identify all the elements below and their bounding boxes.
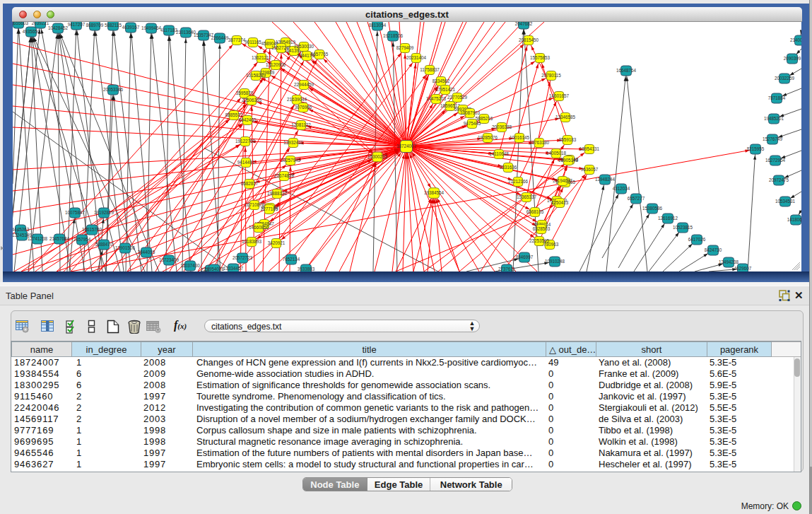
- svg-text:18954131: 18954131: [579, 146, 600, 151]
- svg-text:3331636: 3331636: [500, 165, 517, 170]
- svg-text:3533883: 3533883: [298, 267, 315, 271]
- svg-text:12081122: 12081122: [291, 122, 311, 127]
- svg-text:13621212: 13621212: [252, 55, 272, 60]
- svg-text:2737611: 2737611: [498, 267, 516, 271]
- svg-text:10075847: 10075847: [65, 210, 86, 215]
- svg-text:4639167: 4639167: [122, 25, 140, 30]
- svg-text:8813054: 8813054: [369, 23, 387, 28]
- svg-text:19122760: 19122760: [235, 139, 256, 144]
- svg-text:20036388: 20036388: [492, 124, 512, 129]
- svg-text:14110648: 14110648: [489, 151, 509, 156]
- svg-text:13120906: 13120906: [266, 62, 286, 67]
- svg-text:1418062: 1418062: [787, 217, 801, 222]
- svg-text:13334457: 13334457: [223, 266, 244, 271]
- svg-text:16905148: 16905148: [558, 158, 579, 163]
- svg-text:14660856: 14660856: [249, 225, 269, 230]
- svg-text:16615740: 16615740: [82, 227, 102, 232]
- svg-text:9414491: 9414491: [237, 160, 255, 165]
- svg-text:19218506: 19218506: [383, 33, 404, 38]
- svg-text:4935650: 4935650: [23, 29, 40, 34]
- svg-text:21639044: 21639044: [287, 97, 307, 102]
- svg-text:11037430: 11037430: [180, 263, 200, 268]
- svg-text:12741238: 12741238: [28, 236, 48, 241]
- svg-text:6328503: 6328503: [533, 226, 551, 231]
- svg-text:16648764: 16648764: [616, 68, 637, 73]
- svg-text:9475445: 9475445: [464, 121, 481, 126]
- svg-text:16272954: 16272954: [765, 158, 786, 163]
- svg-text:21194697: 21194697: [553, 178, 572, 183]
- svg-text:15380586: 15380586: [642, 206, 663, 211]
- svg-text:8559183: 8559183: [559, 137, 577, 142]
- svg-text:6568105: 6568105: [526, 209, 544, 214]
- svg-text:19485201: 19485201: [764, 116, 784, 121]
- svg-text:15276749: 15276749: [763, 136, 783, 141]
- svg-text:2266449: 2266449: [211, 35, 229, 40]
- svg-text:20972475: 20972475: [769, 177, 789, 182]
- svg-text:2277105: 2277105: [261, 206, 278, 211]
- svg-text:3595870: 3595870: [236, 90, 254, 95]
- svg-text:13932411: 13932411: [283, 140, 303, 145]
- svg-text:8846997: 8846997: [516, 255, 534, 259]
- svg-text:7871884: 7871884: [768, 95, 786, 100]
- svg-text:2090399: 2090399: [784, 56, 801, 61]
- svg-text:19384554: 19384554: [424, 190, 445, 195]
- svg-text:10534531: 10534531: [775, 199, 796, 204]
- svg-text:13901506: 13901506: [115, 245, 136, 250]
- svg-text:12494238: 12494238: [719, 259, 739, 264]
- svg-text:8279409: 8279409: [396, 45, 414, 50]
- svg-text:19723409: 19723409: [159, 257, 180, 262]
- svg-text:9011165: 9011165: [245, 40, 261, 45]
- svg-text:22674828: 22674828: [274, 173, 295, 178]
- svg-text:10523815: 10523815: [673, 225, 693, 230]
- svg-text:10016145: 10016145: [510, 135, 530, 140]
- svg-text:15365337: 15365337: [517, 194, 537, 199]
- svg-text:19763180: 19763180: [529, 140, 550, 145]
- svg-text:8424730: 8424730: [705, 247, 722, 252]
- svg-text:14005018: 14005018: [546, 151, 567, 156]
- svg-text:8689709: 8689709: [86, 23, 104, 28]
- svg-text:6417026: 6417026: [688, 237, 706, 242]
- svg-text:8215955: 8215955: [747, 146, 765, 151]
- svg-text:4250413: 4250413: [551, 200, 569, 205]
- svg-text:18724007: 18724007: [396, 144, 417, 148]
- svg-text:15300215: 15300215: [367, 154, 388, 159]
- svg-text:14475203: 14475203: [426, 96, 447, 101]
- svg-text:4117183: 4117183: [160, 28, 178, 33]
- svg-text:11758837: 11758837: [420, 67, 440, 72]
- svg-text:19499464: 19499464: [141, 25, 162, 30]
- svg-text:9636057: 9636057: [581, 167, 599, 172]
- svg-text:21954078: 21954078: [204, 267, 225, 271]
- svg-text:6557277: 6557277: [628, 196, 645, 201]
- svg-text:10257945: 10257945: [281, 158, 301, 163]
- svg-text:14601657: 14601657: [549, 93, 570, 98]
- svg-text:19888132: 19888132: [267, 191, 288, 196]
- svg-text:10183893: 10183893: [242, 239, 262, 244]
- svg-text:22655603: 22655603: [13, 22, 28, 25]
- svg-text:2039221: 2039221: [32, 22, 49, 25]
- svg-text:6942460: 6942460: [239, 117, 257, 122]
- svg-text:3844095: 3844095: [138, 250, 155, 255]
- svg-text:21457684: 21457684: [49, 236, 70, 241]
- svg-text:20572723: 20572723: [233, 255, 253, 260]
- svg-text:21400396: 21400396: [790, 37, 801, 42]
- svg-text:20815450: 20815450: [519, 37, 539, 42]
- svg-text:10910248: 10910248: [545, 259, 565, 264]
- svg-text:22770529: 22770529: [447, 95, 468, 100]
- svg-text:10428452: 10428452: [48, 25, 69, 30]
- svg-text:20053346: 20053346: [103, 87, 124, 92]
- svg-text:13346585: 13346585: [555, 115, 576, 119]
- svg-text:22253595: 22253595: [529, 238, 550, 243]
- svg-text:2657954: 2657954: [73, 237, 91, 242]
- svg-text:2047682: 2047682: [515, 22, 533, 26]
- svg-text:10087903: 10087903: [460, 110, 481, 115]
- svg-text:5885216: 5885216: [476, 116, 493, 121]
- svg-text:10158289: 10158289: [246, 73, 266, 78]
- svg-text:8334562: 8334562: [433, 78, 450, 83]
- svg-text:12616912: 12616912: [658, 216, 678, 221]
- svg-text:22530030: 22530030: [294, 44, 314, 49]
- svg-text:22944459: 22944459: [294, 82, 314, 87]
- svg-text:20780115: 20780115: [541, 73, 561, 78]
- svg-text:19285076: 19285076: [478, 135, 498, 140]
- svg-text:19192829: 19192829: [94, 210, 114, 215]
- svg-text:6657765: 6657765: [311, 52, 329, 57]
